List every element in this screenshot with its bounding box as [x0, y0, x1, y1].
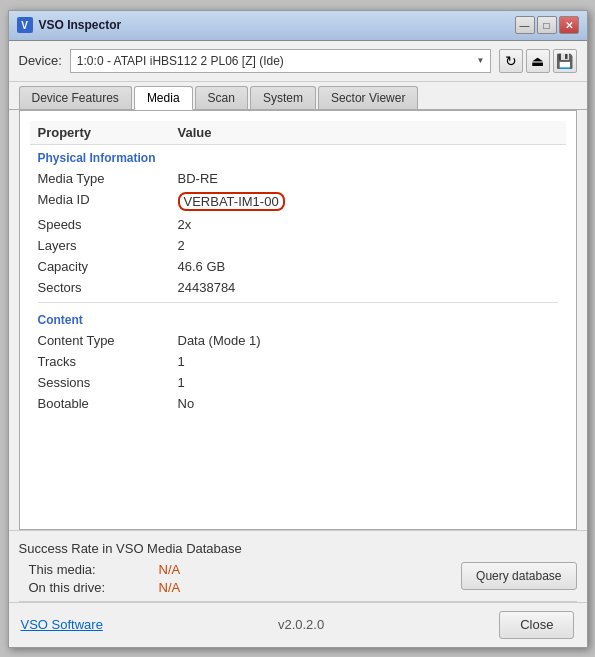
device-select[interactable]: 1:0:0 - ATAPI iHBS112 2 PL06 [Z] (Ide): [70, 49, 491, 73]
on-drive-label: On this drive:: [29, 580, 119, 595]
tab-media[interactable]: Media: [134, 86, 193, 110]
sectors-prop: Sectors: [38, 280, 178, 295]
section-divider: [38, 302, 558, 303]
layers-prop: Layers: [38, 238, 178, 253]
content-type-prop: Content Type: [38, 333, 178, 348]
tab-system[interactable]: System: [250, 86, 316, 109]
tracks-val: 1: [178, 354, 558, 369]
titlebar-controls: — □ ✕: [515, 16, 579, 34]
close-button[interactable]: Close: [499, 611, 574, 639]
tab-sector-viewer[interactable]: Sector Viewer: [318, 86, 418, 109]
speeds-prop: Speeds: [38, 217, 178, 232]
table-row: Layers 2: [30, 235, 566, 256]
tab-scan[interactable]: Scan: [195, 86, 248, 109]
layers-val: 2: [178, 238, 558, 253]
query-database-button[interactable]: Query database: [461, 562, 576, 590]
media-type-prop: Media Type: [38, 171, 178, 186]
eject-icon[interactable]: ⏏: [526, 49, 550, 73]
table-row: Speeds 2x: [30, 214, 566, 235]
bootable-prop: Bootable: [38, 396, 178, 411]
table-header: Property Value: [30, 121, 566, 145]
on-drive-row: On this drive: N/A: [19, 580, 181, 595]
app-icon: V: [17, 17, 33, 33]
maximize-button[interactable]: □: [537, 16, 557, 34]
toolbar-icons: ↻ ⏏ 💾: [499, 49, 577, 73]
rate-info: This media: N/A On this drive: N/A: [19, 562, 181, 595]
window-title: VSO Inspector: [39, 18, 122, 32]
save-icon[interactable]: 💾: [553, 49, 577, 73]
table-row: Bootable No: [30, 393, 566, 414]
success-rate-grid: This media: N/A On this drive: N/A Query…: [19, 562, 577, 595]
physical-info-section-header: Physical Information: [30, 145, 566, 168]
content-section-header: Content: [30, 307, 566, 330]
bottom-section: Success Rate in VSO Media Database This …: [9, 530, 587, 601]
capacity-val: 46.6 GB: [178, 259, 558, 274]
bootable-val: No: [178, 396, 558, 411]
sessions-prop: Sessions: [38, 375, 178, 390]
col-value-header: Value: [178, 125, 558, 140]
speeds-val: 2x: [178, 217, 558, 232]
tab-device-features[interactable]: Device Features: [19, 86, 132, 109]
table-row: Capacity 46.6 GB: [30, 256, 566, 277]
table-row: Tracks 1: [30, 351, 566, 372]
this-media-row: This media: N/A: [19, 562, 181, 577]
this-media-label: This media:: [29, 562, 119, 577]
content-label: Content: [38, 313, 558, 327]
sectors-val: 24438784: [178, 280, 558, 295]
toolbar: Device: 1:0:0 - ATAPI iHBS112 2 PL06 [Z]…: [9, 41, 587, 82]
table-row-media-id: Media ID VERBAT-IM1-00: [30, 189, 566, 214]
media-id-prop: Media ID: [38, 192, 178, 211]
device-label: Device:: [19, 53, 62, 68]
content-area: Property Value Physical Information Medi…: [19, 110, 577, 530]
success-rate-title: Success Rate in VSO Media Database: [19, 541, 577, 556]
physical-info-label: Physical Information: [38, 151, 558, 165]
main-window: V VSO Inspector — □ ✕ Device: 1:0:0 - AT…: [8, 10, 588, 648]
titlebar: V VSO Inspector — □ ✕: [9, 11, 587, 41]
device-select-wrapper[interactable]: 1:0:0 - ATAPI iHBS112 2 PL06 [Z] (Ide): [70, 49, 491, 73]
table-row: Media Type BD-RE: [30, 168, 566, 189]
tracks-prop: Tracks: [38, 354, 178, 369]
refresh-icon[interactable]: ↻: [499, 49, 523, 73]
content-type-val: Data (Mode 1): [178, 333, 558, 348]
table-row: Sectors 24438784: [30, 277, 566, 298]
titlebar-left: V VSO Inspector: [17, 17, 122, 33]
minimize-button[interactable]: —: [515, 16, 535, 34]
media-type-val: BD-RE: [178, 171, 558, 186]
media-id-val: VERBAT-IM1-00: [178, 192, 558, 211]
this-media-value: N/A: [159, 562, 181, 577]
footer-version: v2.0.2.0: [278, 617, 324, 632]
footer: VSO Software v2.0.2.0 Close: [9, 602, 587, 647]
table-row: Sessions 1: [30, 372, 566, 393]
table-row: Content Type Data (Mode 1): [30, 330, 566, 351]
tabs-row: Device Features Media Scan System Sector…: [9, 82, 587, 110]
capacity-prop: Capacity: [38, 259, 178, 274]
media-id-circle: VERBAT-IM1-00: [178, 192, 285, 211]
window-close-button[interactable]: ✕: [559, 16, 579, 34]
col-property-header: Property: [38, 125, 178, 140]
vso-software-link[interactable]: VSO Software: [21, 617, 103, 632]
sessions-val: 1: [178, 375, 558, 390]
on-drive-value: N/A: [159, 580, 181, 595]
